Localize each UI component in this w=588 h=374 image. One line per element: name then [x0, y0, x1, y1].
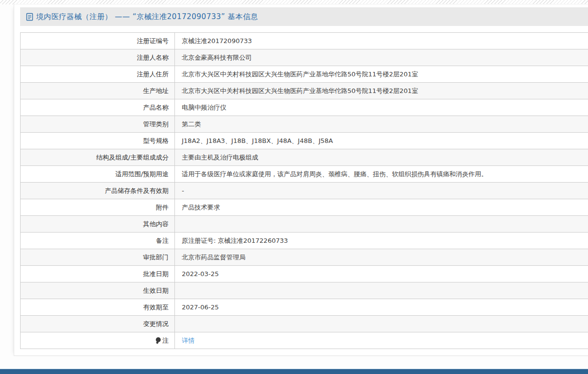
- table-row: 备注原注册证号: 京械注准20172260733: [21, 233, 588, 249]
- title-band: 境内医疗器械（注册） —— “京械注准20172090733” 基本信息: [20, 7, 588, 26]
- registration-info-table: 注册证编号京械注准20172090733注册人名称北京金豪高科技有限公司注册人住…: [20, 32, 588, 349]
- table-row: 型号规格J18A2、J18A3、J18B、J18BX、J48A、J48B、J58…: [21, 133, 588, 149]
- row-value: 产品技术要求: [175, 199, 588, 216]
- row-label: 产品名称: [21, 99, 175, 116]
- row-value: 2022-03-25: [175, 266, 588, 282]
- row-value: [175, 282, 588, 299]
- table-row: 产品名称电脑中频治疗仪: [21, 99, 588, 116]
- table-row: 变更情况: [21, 316, 588, 332]
- row-value: 详情: [175, 332, 588, 349]
- table-row: 注册人住所北京市大兴区中关村科技园区大兴生物医药产业基地华佗路50号院11号楼2…: [21, 66, 588, 83]
- row-label: 附件: [21, 199, 175, 216]
- row-value: 电脑中频治疗仪: [175, 99, 588, 116]
- row-label: 生效日期: [21, 282, 175, 299]
- table-row: 批准日期2022-03-25: [21, 266, 588, 282]
- row-label: 结构及组成/主要组成成分: [21, 149, 175, 166]
- details-link[interactable]: 详情: [182, 337, 195, 344]
- table-row: 生产地址北京市大兴区中关村科技园区大兴生物医药产业基地华佗路50号院11号楼2层…: [21, 83, 588, 99]
- row-value: 京械注准20172090733: [175, 33, 588, 49]
- table-row: 结构及组成/主要组成成分主要由主机及治疗电极组成: [21, 149, 588, 166]
- row-label: 生产地址: [21, 83, 175, 99]
- row-label: 其他内容: [21, 216, 175, 233]
- bottom-bar: [0, 369, 588, 374]
- table-row: 注册人名称北京金豪高科技有限公司: [21, 49, 588, 66]
- document-icon: [26, 13, 33, 21]
- row-value: [175, 216, 588, 233]
- row-value: 北京市大兴区中关村科技园区大兴生物医药产业基地华佗路50号院11号楼2层201室: [175, 83, 588, 99]
- row-label: 注册人住所: [21, 66, 175, 83]
- row-label: 注册证编号: [21, 33, 175, 49]
- row-value: 2027-06-25: [175, 299, 588, 316]
- row-label: 管理类别: [21, 116, 175, 133]
- bulb-icon: [156, 337, 161, 344]
- row-label: 备注: [21, 233, 175, 249]
- table-row: 注册证编号京械注准20172090733: [21, 33, 588, 49]
- row-value: 第二类: [175, 116, 588, 133]
- table-row: 审批部门北京市药品监督管理局: [21, 249, 588, 266]
- page-title: 境内医疗器械（注册） —— “京械注准20172090733” 基本信息: [36, 12, 258, 22]
- content-panel: 境内医疗器械（注册） —— “京械注准20172090733” 基本信息 注册证…: [14, 4, 588, 356]
- row-value: -: [175, 183, 588, 199]
- row-value: 原注册证号: 京械注准20172260733: [175, 233, 588, 249]
- table-row: 管理类别第二类: [21, 116, 588, 133]
- row-label: 产品储存条件及有效期: [21, 183, 175, 199]
- row-label: 批准日期: [21, 266, 175, 282]
- row-label: 审批部门: [21, 249, 175, 266]
- row-value: 北京市药品监督管理局: [175, 249, 588, 266]
- row-label: 变更情况: [21, 316, 175, 332]
- row-value: 北京市大兴区中关村科技园区大兴生物医药产业基地华佗路50号院11号楼2层201室: [175, 66, 588, 83]
- table-row: 生效日期: [21, 282, 588, 299]
- info-table-body: 注册证编号京械注准20172090733注册人名称北京金豪高科技有限公司注册人住…: [21, 33, 588, 349]
- row-label: 有效期至: [21, 299, 175, 316]
- table-row: 适用范围/预期用途适用于各级医疗单位或家庭使用，该产品对肩周炎、颈椎病、腰痛、扭…: [21, 166, 588, 183]
- row-label: 适用范围/预期用途: [21, 166, 175, 183]
- table-row: 有效期至2027-06-25: [21, 299, 588, 316]
- table-row: 产品储存条件及有效期-: [21, 183, 588, 199]
- table-row: 其他内容: [21, 216, 588, 233]
- row-label: 注册人名称: [21, 49, 175, 66]
- row-label: 型号规格: [21, 133, 175, 149]
- row-value: 适用于各级医疗单位或家庭使用，该产品对肩周炎、颈椎病、腰痛、扭伤、软组织损伤具有…: [175, 166, 588, 183]
- row-value: [175, 316, 588, 332]
- row-value: J18A2、J18A3、J18B、J18BX、J48A、J48B、J58A: [175, 133, 588, 149]
- table-row: 附件产品技术要求: [21, 199, 588, 216]
- row-value: 主要由主机及治疗电极组成: [175, 149, 588, 166]
- row-label: 注: [21, 332, 175, 349]
- row-value: 北京金豪高科技有限公司: [175, 49, 588, 66]
- table-row: 注详情: [21, 332, 588, 349]
